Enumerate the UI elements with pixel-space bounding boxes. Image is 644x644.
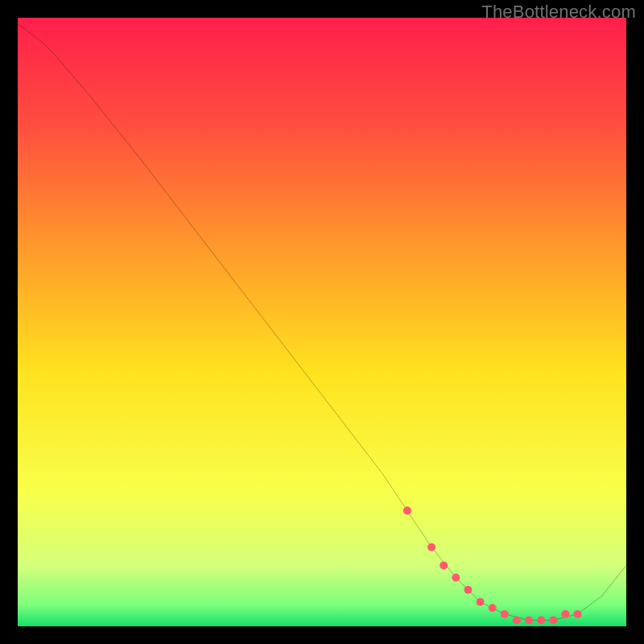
- chart-background: [18, 18, 626, 626]
- marker-dot: [525, 616, 533, 624]
- marker-dot: [477, 598, 485, 606]
- marker-dot: [489, 604, 497, 612]
- marker-dot: [574, 610, 582, 618]
- marker-dot: [513, 616, 521, 624]
- marker-dot: [452, 574, 460, 582]
- marker-dot: [427, 543, 436, 551]
- marker-dot: [549, 616, 557, 624]
- marker-dot: [440, 561, 448, 569]
- marker-dot: [537, 616, 545, 624]
- chart-frame: TheBottleneck.com: [0, 0, 644, 644]
- marker-dot: [464, 586, 472, 594]
- marker-dot: [403, 506, 411, 514]
- bottleneck-chart: [18, 18, 626, 626]
- marker-dot: [561, 610, 569, 618]
- marker-dot: [501, 610, 509, 618]
